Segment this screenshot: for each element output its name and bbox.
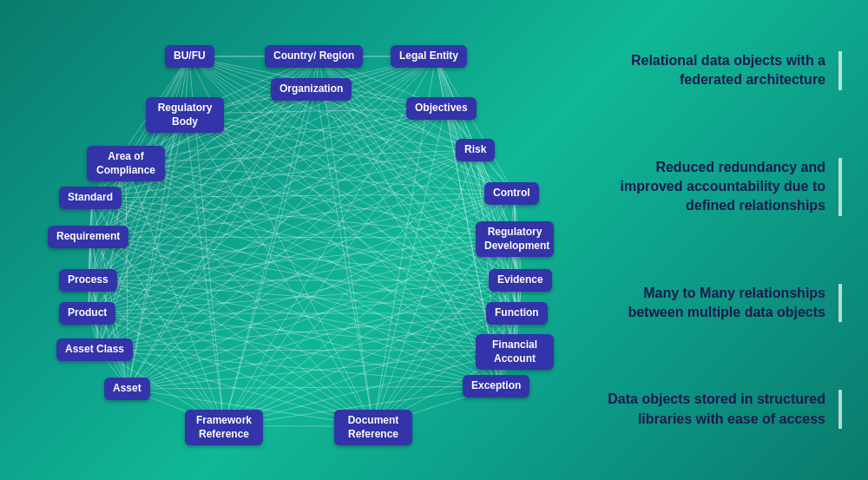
info-item-0: Relational data objects with a federated… xyxy=(590,51,842,90)
node-control: Control xyxy=(484,182,539,205)
node-requirement: Requirement xyxy=(48,226,128,248)
info-text-0: Relational data objects with a federated… xyxy=(590,51,825,90)
network-line xyxy=(90,237,516,351)
info-text-2: Many to Many relationships between multi… xyxy=(590,284,825,323)
network-line xyxy=(128,351,516,389)
node-function: Function xyxy=(486,302,548,325)
node-exception: Exception xyxy=(463,375,529,398)
node-country: Country/ Region xyxy=(265,45,363,68)
network-line xyxy=(99,350,516,351)
info-area: Relational data objects with a federated… xyxy=(564,0,868,480)
node-evidence: Evidence xyxy=(489,269,552,292)
network-line xyxy=(126,162,515,351)
info-item-2: Many to Many relationships between multi… xyxy=(590,284,842,323)
network-line xyxy=(89,108,446,313)
node-organization: Organization xyxy=(271,78,352,101)
node-bufu: BU/FU xyxy=(165,45,214,68)
info-text-1: Reduced redundancy and improved accounta… xyxy=(590,158,825,216)
network-line xyxy=(89,56,437,313)
node-documentref: Document Reference xyxy=(334,410,412,445)
node-assetclass: Asset Class xyxy=(56,339,133,361)
node-risk: Risk xyxy=(456,139,495,161)
network-line xyxy=(126,162,515,194)
node-areaofcompliance: Area of Compliance xyxy=(87,146,165,181)
info-item-3: Data objects stored in structured librar… xyxy=(590,390,842,429)
node-legalentity: Legal Entity xyxy=(391,45,467,68)
network-line xyxy=(499,280,523,386)
node-frameworkref: Framework Reference xyxy=(185,410,263,445)
info-text-3: Data objects stored in structured librar… xyxy=(590,390,825,429)
info-list: Relational data objects with a federated… xyxy=(590,17,842,463)
node-regulatorydev: Regulatory Development xyxy=(476,221,554,257)
node-objectives: Objectives xyxy=(406,97,477,120)
node-regulatorybody: Regulatory Body xyxy=(146,97,224,133)
network-line xyxy=(89,280,516,351)
node-standard: Standard xyxy=(59,187,122,209)
node-asset: Asset xyxy=(104,378,150,400)
network-line xyxy=(128,108,446,389)
info-item-1: Reduced redundancy and improved accounta… xyxy=(590,158,842,216)
network-line xyxy=(89,238,516,313)
network-line xyxy=(99,238,516,350)
network-line xyxy=(99,280,523,350)
network-line xyxy=(128,386,499,389)
diagram-area: BU/FUCountry/ RegionLegal EntityOrganiza… xyxy=(0,0,564,480)
node-process: Process xyxy=(59,269,117,292)
node-product: Product xyxy=(59,302,115,325)
node-financialaccount: Financial Account xyxy=(476,334,554,370)
network-line xyxy=(128,89,317,389)
network-line xyxy=(316,89,515,351)
